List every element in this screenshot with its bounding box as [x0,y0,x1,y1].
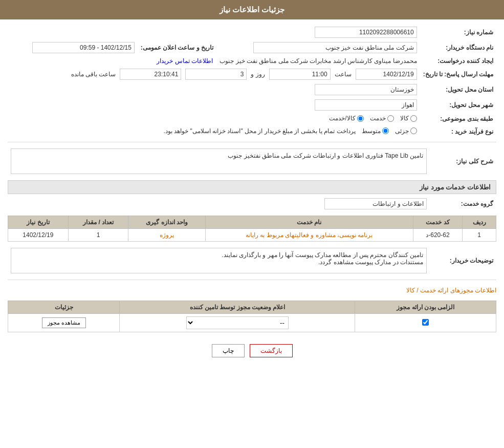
deadline-days: 3 [185,69,247,80]
buyer-desc-table: توضیحات خریدار: تامین کنندگان محترم پس ا… [8,246,496,275]
perm-status-cell: -- [120,314,355,332]
buyer-desc-box: تامین کنندگان محترم پس از مطالعه مدارک پ… [11,248,427,273]
category-khadamat[interactable]: خدمت [370,115,394,122]
category-value: کالا خدمت کالا/خدمت [216,113,420,125]
col-unit: واحد اندازه گیری [128,216,206,229]
purchase-note: پرداخت تمام یا بخشی از مبلغ خریدار از مح… [163,127,355,135]
category-kala-radio[interactable] [410,115,417,122]
cell-row: 1 [463,229,496,242]
deadline-date: 1402/12/19 [356,69,417,80]
service-group-value: اطلاعات و ارتباطات [8,196,430,211]
col-quantity: تعداد / مقدار [68,216,128,229]
main-content: شماره نیاز: 1102092288006610 نام دستگاه … [0,19,504,370]
purchase-motovaset-radio[interactable] [382,127,389,134]
province-input: خوزستان [315,84,417,95]
need-number-input: 1102092288006610 [315,27,417,38]
category-kala-khadamat-label: کالا/خدمت [329,115,355,122]
days-label: روز و [251,71,265,78]
buyer-input: شرکت ملی مناطق نفت خیز جنوب [253,42,417,53]
general-desc-box: تامین Tape Lib فناوری اطلاعات و ارتباطات… [11,148,427,174]
perm-required-checkbox[interactable] [422,319,429,326]
category-kala[interactable]: کالا [400,115,417,122]
purchase-type-label: نوع فرآیند خرید : [420,125,496,138]
service-group-label: گروه خدمت: [430,196,496,211]
separator-2 [8,280,496,280]
creator-text: محمدرضا میناوی کارشناس ارشد مخابرات شرکت… [220,57,417,65]
separator-1 [8,142,496,142]
buyer-desc-text: تامین کنندگان محترم پس از مطالعه مدارک پ… [222,251,423,266]
city-input: اهواز [315,99,417,111]
main-info-table: شماره نیاز: 1102092288006610 نام دستگاه … [8,25,496,138]
date-label: تاریخ و ساعت اعلان عمومی: [138,40,216,55]
buyer-desc-value: تامین کنندگان محترم پس از مطالعه مدارک پ… [8,246,430,275]
need-number-label: شماره نیاز: [420,25,496,40]
category-kala-khadamat[interactable]: کالا/خدمت [329,115,363,122]
perm-col-required: الزامی بودن ارائه مجوز [355,301,496,314]
col-code: کد خدمت [413,216,463,229]
deadline-time: 11:00 [269,69,331,80]
province-value: خوزستان [216,82,420,97]
desc-table: شرح کلی نیاز: تامین Tape Lib فناوری اطلا… [8,146,496,176]
cell-quantity: 1 [68,229,128,242]
purchase-jozyi[interactable]: جزئی [395,127,417,135]
purchase-jozyi-radio[interactable] [410,127,417,134]
col-row: ردیف [463,216,496,229]
permissions-row: -- مشاهده مجوز [8,314,496,332]
page-title: جزئیات اطلاعات نیاز [220,5,284,14]
city-value: اهواز [216,97,420,113]
perm-col-details: جزئیات [8,301,120,314]
table-row: 1 620-62-د برنامه نویسی، مشاوره و فعالیت… [8,229,496,242]
need-number-value: 1102092288006610 [216,25,420,40]
perm-status-select[interactable]: -- [186,316,289,329]
permissions-link[interactable]: اطلاعات مجوزهای ارائه خدمت / کالا [406,287,496,294]
cell-code: 620-62-د [413,229,463,242]
category-khadamat-radio[interactable] [387,115,394,122]
purchase-motovaset[interactable]: متوسط [362,127,389,135]
date-input: 1402/12/15 - 09:59 [32,42,135,53]
category-label: طبقه بندی موضوعی: [420,113,496,125]
city-label: شهر محل تحویل: [420,97,496,113]
print-button[interactable]: چاپ [212,344,245,357]
purchase-jozyi-label: جزئی [395,127,409,135]
perm-required-cell [355,314,496,332]
col-date: تاریخ نیاز [8,216,69,229]
purchase-motovaset-label: متوسط [362,127,381,135]
perm-details-cell: مشاهده مجوز [8,314,120,332]
general-desc-value: تامین Tape Lib فناوری اطلاعات و ارتباطات… [8,146,430,176]
general-desc-text: تامین Tape Lib فناوری اطلاعات و ارتباطات… [228,152,423,159]
creator-label: ایجاد کننده درخواست: [420,55,496,67]
bottom-buttons: بازگشت چاپ [8,336,496,365]
category-kala-label: کالا [400,115,409,122]
buyer-value: شرکت ملی مناطق نفت خیز جنوب [216,40,420,55]
purchase-type-value: جزئی متوسط پرداخت تمام یا بخشی از مبلغ خ… [8,125,420,138]
page-header: جزئیات اطلاعات نیاز [0,0,504,19]
page-wrapper: جزئیات اطلاعات نیاز شماره نیاز: 11020922… [0,0,504,448]
category-kala-khadamat-radio[interactable] [357,115,364,122]
permissions-link-container: اطلاعات مجوزهای ارائه خدمت / کالا [8,284,496,296]
deadline-label: مهلت ارسال پاسخ: تا تاریخ: [420,67,496,82]
service-group-table: گروه خدمت: اطلاعات و ارتباطات [8,196,496,211]
creator-value: محمدرضا میناوی کارشناس ارشد مخابرات شرکت… [8,55,420,67]
date-value: 1402/12/15 - 09:59 [8,40,138,55]
cell-date: 1402/12/19 [8,229,69,242]
deadline-row: 1402/12/19 ساعت 11:00 روز و 3 23:10:41 س… [8,67,420,82]
province-label: استان محل تحویل: [420,82,496,97]
view-permit-button[interactable]: مشاهده مجوز [42,317,86,328]
back-button[interactable]: بازگشت [250,344,293,357]
col-name: نام خدمت [206,216,413,229]
category-khadamat-label: خدمت [370,115,386,122]
cell-name: برنامه نویسی، مشاوره و فعالیتهای مربوط ب… [206,229,413,242]
services-header: اطلاعات خدمات مورد نیاز [8,180,496,194]
buyer-desc-label: توضیحات خریدار: [430,246,496,275]
general-desc-label: شرح کلی نیاز: [430,146,496,176]
services-table: ردیف کد خدمت نام خدمت واحد اندازه گیری ت… [8,216,496,242]
remaining-label: ساعت باقی مانده [71,71,116,78]
deadline-remaining: 23:10:41 [120,69,181,80]
contact-link[interactable]: اطلاعات تماس خریدار [157,57,213,65]
permissions-table: الزامی بودن ارائه مجوز اعلام وضعیت مجوز … [8,301,496,332]
buyer-label: نام دستگاه خریدار: [420,40,496,55]
cell-unit: پروژه [128,229,206,242]
perm-col-status: اعلام وضعیت مجوز توسط تامین کننده [120,301,355,314]
service-group-input: اطلاعات و ارتباطات [324,198,427,209]
time-label: ساعت [335,71,352,78]
